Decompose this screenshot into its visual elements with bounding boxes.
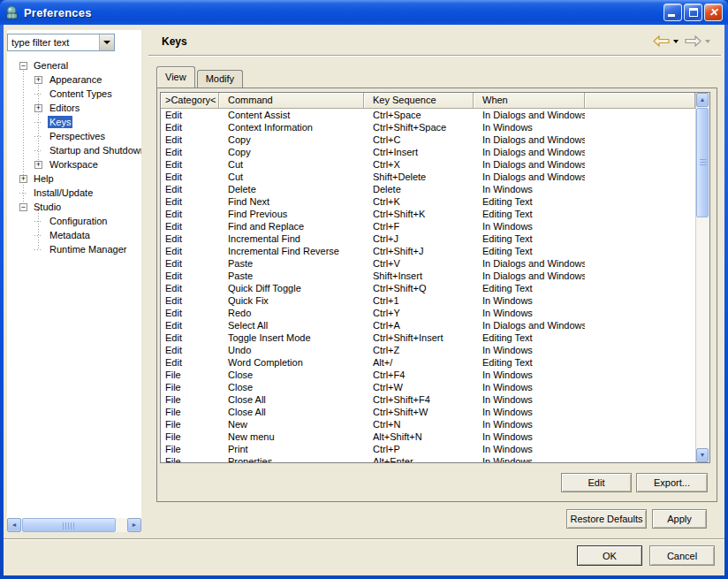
table-cell: New menu xyxy=(219,430,364,443)
table-row[interactable]: EditFind and ReplaceCtrl+FIn Windows xyxy=(161,220,695,232)
sidebar-item-install-update[interactable]: Install/Update xyxy=(7,186,141,200)
table-cell: In Dialogs and Windows xyxy=(474,270,585,282)
column-header-command[interactable]: Command xyxy=(219,93,364,109)
apply-button[interactable]: Apply xyxy=(652,509,707,529)
table-row[interactable]: EditQuick Diff ToggleCtrl+Shift+QEditing… xyxy=(161,282,695,294)
filter-input[interactable]: type filter text xyxy=(8,37,99,48)
titlebar[interactable]: Preferences ✕ xyxy=(0,0,728,25)
tree-connector xyxy=(34,94,42,95)
table-cell: Editing Text xyxy=(474,331,585,344)
table-row[interactable]: EditRedoCtrl+YIn Windows xyxy=(161,307,695,319)
scroll-left-button[interactable]: ◄ xyxy=(7,518,21,532)
tree-horizontal-scrollbar[interactable]: ◄ ► xyxy=(7,518,141,532)
table-row[interactable]: FilePropertiesAlt+EnterIn Windows xyxy=(161,455,695,462)
table-row[interactable]: EditFind NextCtrl+KEditing Text xyxy=(161,195,695,208)
expand-icon[interactable]: + xyxy=(34,76,42,84)
column-header-key-sequence[interactable]: Key Sequence xyxy=(364,93,474,109)
ok-button[interactable]: OK xyxy=(577,545,642,566)
back-arrow-icon[interactable] xyxy=(653,35,670,47)
sidebar-item-label: Workspace xyxy=(48,158,100,171)
sidebar-item-appearance[interactable]: +Appearance xyxy=(7,72,141,87)
table-row[interactable]: FileClose AllCtrl+Shift+F4In Windows xyxy=(161,393,695,406)
restore-defaults-button[interactable]: Restore Defaults xyxy=(566,509,647,529)
vertical-scrollbar-thumb[interactable] xyxy=(696,108,709,217)
table-row[interactable]: EditIncremental FindCtrl+JEditing Text xyxy=(161,232,695,245)
table-row[interactable]: FileNewCtrl+NIn Windows xyxy=(161,418,695,430)
table-row[interactable]: EditQuick FixCtrl+1In Windows xyxy=(161,294,695,307)
sidebar-item-editors[interactable]: +Editors xyxy=(7,101,141,115)
tab-modify[interactable]: Modify xyxy=(197,70,243,88)
table-cell: Ctrl+Shift+W xyxy=(364,406,474,418)
table-row[interactable]: EditFind PreviousCtrl+Shift+KEditing Tex… xyxy=(161,208,695,220)
table-row[interactable]: FilePrintCtrl+PIn Windows xyxy=(161,443,695,455)
footer-separator xyxy=(4,538,724,540)
sidebar-item-content-types[interactable]: Content Types xyxy=(7,87,141,101)
table-row[interactable]: FileCloseCtrl+F4In Windows xyxy=(161,369,695,381)
sidebar-item-help[interactable]: +Help xyxy=(7,171,141,186)
forward-history-dropdown-icon[interactable] xyxy=(705,40,710,43)
expand-icon[interactable]: + xyxy=(19,175,27,183)
maximize-button[interactable] xyxy=(684,4,702,21)
table-row[interactable]: EditDeleteDeleteIn Windows xyxy=(161,183,695,195)
table-row[interactable]: EditCutShift+DeleteIn Dialogs and Window… xyxy=(161,171,695,183)
table-row[interactable]: FileClose AllCtrl+Shift+WIn Windows xyxy=(161,406,695,418)
table-row[interactable]: EditSelect AllCtrl+AIn Dialogs and Windo… xyxy=(161,319,695,331)
table-row[interactable]: FileNew menuAlt+Shift+NIn Windows xyxy=(161,430,695,443)
sidebar-item-perspectives[interactable]: Perspectives xyxy=(7,129,141,143)
table-row[interactable]: FileCloseCtrl+WIn Windows xyxy=(161,381,695,393)
table-row[interactable]: EditToggle Insert ModeCtrl+Shift+InsertE… xyxy=(161,331,695,344)
tab-view[interactable]: View xyxy=(156,66,195,88)
minimize-icon xyxy=(668,14,675,17)
tree-connector xyxy=(34,249,42,250)
sidebar-item-startup-and-shutdown[interactable]: Startup and Shutdown xyxy=(7,143,141,157)
table-vertical-scrollbar[interactable]: ▲ ▼ xyxy=(695,93,709,462)
close-button[interactable]: ✕ xyxy=(704,4,723,21)
column-header-blank[interactable] xyxy=(585,93,695,109)
export-button[interactable]: Export... xyxy=(636,473,708,492)
table-cell xyxy=(585,183,695,195)
sidebar-item-configuration[interactable]: Configuration xyxy=(7,214,141,228)
collapse-icon[interactable]: − xyxy=(19,203,27,211)
minimize-button[interactable] xyxy=(664,4,682,21)
table-row[interactable]: EditContent AssistCtrl+SpaceIn Dialogs a… xyxy=(161,109,695,121)
filter-combo[interactable]: type filter text xyxy=(7,34,115,51)
filter-dropdown-button[interactable] xyxy=(99,34,114,50)
table-row[interactable]: EditPasteCtrl+VIn Dialogs and Windows xyxy=(161,257,695,270)
expand-icon[interactable]: + xyxy=(34,161,42,169)
table-row[interactable]: EditWord CompletionAlt+/Editing Text xyxy=(161,356,695,369)
table-row[interactable]: EditContext InformationCtrl+Shift+SpaceI… xyxy=(161,121,695,133)
scroll-left-icon: ◄ xyxy=(8,519,20,531)
horizontal-scrollbar-thumb[interactable] xyxy=(22,518,116,532)
cancel-button[interactable]: Cancel xyxy=(649,545,715,566)
table-cell: In Windows xyxy=(474,418,585,430)
sidebar-item-runtime-manager[interactable]: Runtime Manager xyxy=(7,242,141,256)
table-row[interactable]: EditUndoCtrl+ZIn Windows xyxy=(161,344,695,356)
table-cell: File xyxy=(161,406,219,418)
table-cell: Ctrl+F4 xyxy=(364,369,474,381)
scroll-down-button[interactable]: ▼ xyxy=(696,448,709,462)
collapse-icon[interactable]: − xyxy=(19,62,27,70)
table-cell: Ctrl+Insert xyxy=(364,146,474,158)
table-cell: Word Completion xyxy=(219,356,364,369)
forward-arrow-icon[interactable] xyxy=(685,35,701,47)
scroll-right-button[interactable]: ► xyxy=(127,518,141,532)
table-row[interactable]: EditCopyCtrl+InsertIn Dialogs and Window… xyxy=(161,146,695,158)
scroll-up-button[interactable]: ▲ xyxy=(696,93,709,107)
sidebar-item-general[interactable]: −General xyxy=(7,58,141,72)
sidebar-item-studio[interactable]: −Studio xyxy=(7,200,141,214)
expand-icon[interactable]: + xyxy=(34,104,42,112)
table-cell: Edit xyxy=(161,270,219,282)
sidebar-item-metadata[interactable]: Metadata xyxy=(7,228,141,242)
table-row[interactable]: EditCopyCtrl+CIn Dialogs and Windows xyxy=(161,133,695,146)
column-header-category[interactable]: >Category< xyxy=(161,93,219,109)
window-title: Preferences xyxy=(24,6,92,19)
column-header-when[interactable]: When xyxy=(474,93,585,109)
table-row[interactable]: EditPasteShift+InsertIn Dialogs and Wind… xyxy=(161,270,695,282)
table-row[interactable]: EditIncremental Find ReverseCtrl+Shift+J… xyxy=(161,245,695,257)
sidebar-item-keys[interactable]: Keys xyxy=(7,115,141,129)
back-history-dropdown-icon[interactable] xyxy=(673,40,679,43)
table-cell xyxy=(585,430,695,443)
table-row[interactable]: EditCutCtrl+XIn Dialogs and Windows xyxy=(161,158,695,171)
edit-button[interactable]: Edit xyxy=(561,473,632,492)
sidebar-item-workspace[interactable]: +Workspace xyxy=(7,157,141,171)
